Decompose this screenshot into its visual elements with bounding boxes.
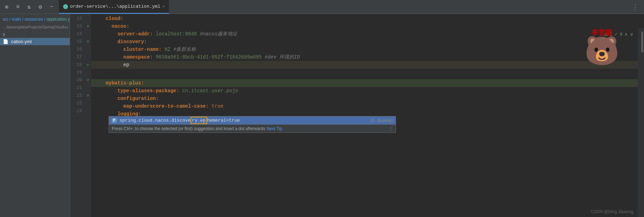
ln-23: 23 — [70, 100, 82, 107]
val-server-addr: localhost:8848 — [156, 30, 197, 38]
ln-18: 18 — [70, 61, 82, 69]
code-line-18: ep — [91, 61, 644, 69]
indent-17 — [94, 53, 123, 61]
ln-16: 16 — [70, 46, 82, 53]
indent-20 — [94, 79, 106, 87]
autocomplete-if-label: (If... — [370, 118, 377, 123]
key-configuration: configuration: — [117, 95, 159, 102]
key-discovery: discovery: — [117, 38, 147, 46]
code-view: 12 13 14 15 16 17 18 19 20 21 22 23 24 ▽… — [70, 14, 644, 217]
indent-12 — [94, 15, 106, 22]
sidebar: src / main / resources / application.yml… — [0, 14, 70, 217]
gutter-14 — [85, 30, 91, 38]
key-nacos: nacos: — [111, 22, 129, 30]
gutter-23 — [85, 100, 91, 107]
top-toolbar: ⊕ ≡ ⇅ ⚙ − order-service\...\application.… — [0, 0, 644, 14]
ln-12: 12 — [70, 15, 82, 22]
editor[interactable]: 12 13 14 15 16 17 18 19 20 21 22 23 24 ▽… — [70, 14, 644, 217]
code-line-14: server-addr: localhost:8848 #nacos服务地址 — [91, 30, 644, 38]
sidebar-path-label: ...JiaxiongIdeaProjects\SpringCloud\cl..… — [3, 25, 70, 29]
code-line-12: cloud: — [91, 15, 644, 22]
ln-20: 20 — [70, 76, 82, 84]
sidebar-item-yaml[interactable]: 📄 cation.yml — [0, 38, 70, 45]
key-cloud: cloud: — [106, 15, 123, 22]
warning-badge-area: ⚠ 1 ✓ 9 ∧ ∨ — [604, 32, 633, 37]
sidebar-item-path[interactable]: ...JiaxiongIdeaProjects\SpringCloud\cl..… — [0, 23, 70, 30]
val-ep: ep — [123, 61, 129, 69]
key-map-underscore: map-underscore-to-camel-case: — [123, 102, 212, 110]
minimize-icon[interactable]: − — [48, 3, 55, 11]
val-type-aliases: cn.itcast.user.pojo — [182, 87, 238, 95]
indent-18 — [94, 61, 123, 69]
align-icon[interactable]: ≡ — [14, 3, 22, 11]
gutter-16 — [85, 46, 91, 53]
scroll-hint — [638, 28, 644, 217]
suggestion-highlight: ry.ep — [191, 117, 207, 124]
add-icon[interactable]: ⊕ — [3, 3, 11, 11]
key-mybatis: mybatis-plus: — [106, 79, 144, 87]
comment-16: #集群名称 — [170, 46, 196, 53]
ln-13: 13 — [70, 22, 82, 30]
key-server-addr: server-addr: — [117, 30, 156, 38]
code-line-23: map-underscore-to-camel-case: true — [91, 102, 644, 110]
code-lines[interactable]: cloud: nacos: server-addr: localhost:884… — [91, 14, 644, 217]
warnings-down-button[interactable]: ∨ — [630, 32, 633, 37]
code-line-16: cluster-name: HZ #集群名称 — [91, 46, 644, 53]
tab-close-button[interactable]: × — [162, 5, 165, 9]
comment-17: #dev 环境的ID — [262, 53, 300, 61]
ln-14: 14 — [70, 30, 82, 38]
tab-label: order-service\...\application.yml — [70, 4, 160, 9]
code-line-21: type-aliases-package: cn.itcast.user.poj… — [91, 87, 644, 95]
gutter-18: ▷ — [85, 61, 91, 69]
gutter-21 — [85, 84, 91, 92]
warning-count: 1 — [610, 32, 612, 37]
warning-icon: ⚠ — [604, 32, 608, 37]
code-line-20: mybatis-plus: — [91, 79, 644, 87]
ln-15: 15 — [70, 38, 82, 46]
ln-17: 17 — [70, 53, 82, 61]
sidebar-item-s[interactable]: s — [0, 30, 70, 38]
indent-22 — [94, 95, 117, 102]
autocomplete-badge: P — [112, 118, 117, 123]
more-options-button[interactable]: ⋮ — [629, 3, 641, 11]
gutter-19 — [85, 69, 91, 76]
active-tab[interactable]: order-service\...\application.yml × — [59, 0, 169, 14]
indent-13 — [94, 22, 111, 30]
autocomplete-popup[interactable]: P spring.cloud.nacos.discovery.ephemeral… — [109, 116, 396, 133]
line-numbers: 12 13 14 15 16 17 18 19 20 21 22 23 24 — [70, 14, 85, 217]
csdn-watermark: CSDN @Ding Jiaxiong — [591, 209, 633, 214]
suggestion-after: hemeral=true — [207, 118, 240, 123]
warnings-up-button[interactable]: ∧ — [624, 32, 628, 37]
align2-icon[interactable]: ⇅ — [25, 3, 33, 11]
yaml-file-icon: 📄 — [3, 39, 8, 44]
indent-16 — [94, 46, 123, 53]
code-line-15: discovery: — [91, 38, 644, 46]
next-tip-button[interactable]: Next Tip — [267, 126, 282, 131]
key-type-aliases: type-aliases-package: — [117, 87, 182, 95]
breadcrumb: src / main / resources / application.yml — [0, 15, 70, 23]
scroll-indicator[interactable] — [641, 32, 643, 53]
main-layout: src / main / resources / application.yml… — [0, 14, 644, 217]
gutter-24 — [85, 107, 91, 115]
ln-19: 19 — [70, 69, 82, 76]
autocomplete-type-label: Boolean — [377, 118, 393, 123]
ln-22: 22 — [70, 92, 82, 100]
autocomplete-footer: Press Ctrl+. to choose the selected (or … — [109, 124, 396, 133]
autocomplete-hint-text: Press Ctrl+. to choose the selected (or … — [112, 126, 265, 131]
indent-21 — [94, 87, 117, 95]
code-line-22: configuration: — [91, 95, 644, 102]
comment-14: #nacos服务地址 — [197, 30, 237, 38]
ln-24: 24 — [70, 107, 82, 115]
key-cluster-name: cluster-name: — [123, 46, 165, 53]
gutter: ▽ ▽ ▷ ▽ ▽ — [85, 14, 91, 217]
gutter-13: ▽ — [85, 22, 91, 30]
ok-icon: ✓ — [614, 32, 618, 37]
sidebar-s-label: s — [3, 32, 5, 37]
settings-icon[interactable]: ⚙ — [36, 3, 44, 11]
tab-bar: order-service\...\application.yml × — [59, 0, 169, 14]
autocomplete-suggestion-text: spring.cloud.nacos.discovery.ephemeral=t… — [119, 118, 367, 123]
toolbar-icons: ⊕ ≡ ⇅ ⚙ − — [3, 3, 55, 11]
autocomplete-more-icon[interactable]: ⋮ — [389, 126, 393, 131]
autocomplete-item[interactable]: P spring.cloud.nacos.discovery.ephemeral… — [109, 116, 396, 124]
tab-file-icon — [63, 4, 68, 9]
